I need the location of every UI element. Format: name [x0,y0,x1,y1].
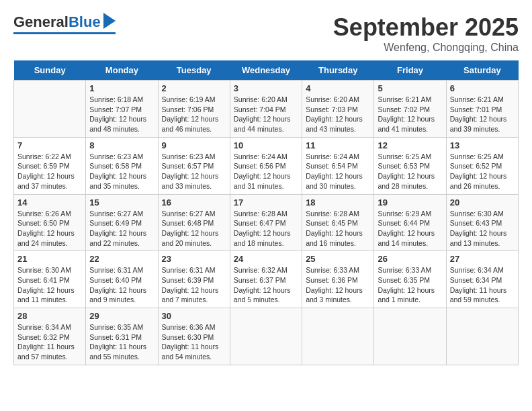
calendar-cell: 15Sunrise: 6:27 AMSunset: 6:49 PMDayligh… [86,194,158,251]
day-number: 23 [162,254,226,264]
cell-info: Sunrise: 6:34 AMSunset: 6:34 PMDaylight:… [450,265,515,305]
calendar-cell [230,308,302,365]
cell-info: Sunrise: 6:23 AMSunset: 6:58 PMDaylight:… [89,152,154,191]
calendar-cell: 28Sunrise: 6:34 AMSunset: 6:32 PMDayligh… [14,308,86,365]
month-title: September 2025 [333,13,519,42]
cell-info: Sunrise: 6:19 AMSunset: 7:06 PMDaylight:… [162,95,226,134]
cell-info: Sunrise: 6:30 AMSunset: 6:43 PMDaylight:… [450,209,515,248]
day-number: 22 [89,254,154,264]
cell-info: Sunrise: 6:27 AMSunset: 6:48 PMDaylight:… [162,209,226,248]
cell-info: Sunrise: 6:29 AMSunset: 6:44 PMDaylight:… [378,209,442,248]
cell-info: Sunrise: 6:31 AMSunset: 6:39 PMDaylight:… [162,265,226,305]
day-number: 14 [17,197,82,208]
day-number: 5 [378,83,442,93]
cell-info: Sunrise: 6:34 AMSunset: 6:32 PMDaylight:… [17,322,82,362]
day-number: 10 [234,140,298,150]
column-header-saturday: Saturday [446,60,518,81]
calendar-cell [302,308,374,365]
day-number: 6 [450,83,515,93]
calendar-cell [14,81,86,138]
cell-info: Sunrise: 6:25 AMSunset: 6:52 PMDaylight:… [450,152,515,191]
day-number: 8 [89,140,154,150]
week-row-3: 14Sunrise: 6:26 AMSunset: 6:50 PMDayligh… [14,194,519,251]
calendar-cell: 2Sunrise: 6:19 AMSunset: 7:06 PMDaylight… [158,81,230,138]
column-header-wednesday: Wednesday [230,60,302,81]
week-row-1: 1Sunrise: 6:18 AMSunset: 7:07 PMDaylight… [14,81,519,138]
calendar-cell: 4Sunrise: 6:20 AMSunset: 7:03 PMDaylight… [302,81,374,138]
column-header-monday: Monday [86,60,158,81]
calendar-cell: 22Sunrise: 6:31 AMSunset: 6:40 PMDayligh… [86,251,158,308]
day-number: 26 [378,254,442,264]
day-number: 15 [89,197,154,208]
calendar-cell: 17Sunrise: 6:28 AMSunset: 6:47 PMDayligh… [230,194,302,251]
cell-info: Sunrise: 6:30 AMSunset: 6:41 PMDaylight:… [17,265,82,305]
cell-info: Sunrise: 6:27 AMSunset: 6:49 PMDaylight:… [89,209,154,248]
cell-info: Sunrise: 6:20 AMSunset: 7:03 PMDaylight:… [306,95,370,134]
calendar-cell: 10Sunrise: 6:24 AMSunset: 6:56 PMDayligh… [230,137,302,194]
calendar-cell: 26Sunrise: 6:33 AMSunset: 6:35 PMDayligh… [374,251,446,308]
cell-info: Sunrise: 6:24 AMSunset: 6:54 PMDaylight:… [306,152,370,191]
day-number: 21 [17,254,82,264]
day-number: 3 [234,83,298,93]
cell-info: Sunrise: 6:33 AMSunset: 6:36 PMDaylight:… [306,265,370,305]
day-number: 18 [306,197,370,208]
column-header-tuesday: Tuesday [158,60,230,81]
cell-info: Sunrise: 6:22 AMSunset: 6:59 PMDaylight:… [17,152,82,191]
cell-info: Sunrise: 6:21 AMSunset: 7:01 PMDaylight:… [450,95,515,134]
calendar-cell: 16Sunrise: 6:27 AMSunset: 6:48 PMDayligh… [158,194,230,251]
cell-info: Sunrise: 6:24 AMSunset: 6:56 PMDaylight:… [234,152,298,191]
calendar-cell: 19Sunrise: 6:29 AMSunset: 6:44 PMDayligh… [374,194,446,251]
cell-info: Sunrise: 6:26 AMSunset: 6:50 PMDaylight:… [17,209,82,248]
week-row-4: 21Sunrise: 6:30 AMSunset: 6:41 PMDayligh… [14,251,519,308]
day-number: 11 [306,140,370,150]
day-number: 17 [234,197,298,208]
location-title: Wenfeng, Chongqing, China [333,42,519,54]
week-row-2: 7Sunrise: 6:22 AMSunset: 6:59 PMDaylight… [14,137,519,194]
title-area: September 2025 Wenfeng, Chongqing, China [333,13,519,54]
logo: General Blue [13,13,116,34]
column-header-friday: Friday [374,60,446,81]
calendar-cell: 27Sunrise: 6:34 AMSunset: 6:34 PMDayligh… [446,251,518,308]
calendar-cell [446,308,518,365]
week-row-5: 28Sunrise: 6:34 AMSunset: 6:32 PMDayligh… [14,308,519,365]
calendar-cell: 14Sunrise: 6:26 AMSunset: 6:50 PMDayligh… [14,194,86,251]
day-number: 27 [450,254,515,264]
day-number: 30 [162,311,226,321]
day-number: 2 [162,83,226,93]
day-number: 12 [378,140,442,150]
cell-info: Sunrise: 6:18 AMSunset: 7:07 PMDaylight:… [89,95,154,134]
cell-info: Sunrise: 6:28 AMSunset: 6:47 PMDaylight:… [234,209,298,248]
cell-info: Sunrise: 6:35 AMSunset: 6:31 PMDaylight:… [89,322,154,362]
cell-info: Sunrise: 6:28 AMSunset: 6:45 PMDaylight:… [306,209,370,248]
day-number: 4 [306,83,370,93]
calendar-cell: 25Sunrise: 6:33 AMSunset: 6:36 PMDayligh… [302,251,374,308]
page-header: General Blue September 2025 Wenfeng, Cho… [13,13,519,54]
cell-info: Sunrise: 6:36 AMSunset: 6:30 PMDaylight:… [162,322,226,362]
cell-info: Sunrise: 6:31 AMSunset: 6:40 PMDaylight:… [89,265,154,305]
calendar-cell: 20Sunrise: 6:30 AMSunset: 6:43 PMDayligh… [446,194,518,251]
calendar-cell: 1Sunrise: 6:18 AMSunset: 7:07 PMDaylight… [86,81,158,138]
calendar-cell: 7Sunrise: 6:22 AMSunset: 6:59 PMDaylight… [14,137,86,194]
calendar-cell [374,308,446,365]
calendar-cell: 18Sunrise: 6:28 AMSunset: 6:45 PMDayligh… [302,194,374,251]
calendar-cell: 24Sunrise: 6:32 AMSunset: 6:37 PMDayligh… [230,251,302,308]
logo-general-text: General [13,13,69,31]
calendar-cell: 29Sunrise: 6:35 AMSunset: 6:31 PMDayligh… [86,308,158,365]
calendar-cell: 11Sunrise: 6:24 AMSunset: 6:54 PMDayligh… [302,137,374,194]
cell-info: Sunrise: 6:32 AMSunset: 6:37 PMDaylight:… [234,265,298,305]
day-number: 7 [17,140,82,150]
cell-info: Sunrise: 6:21 AMSunset: 7:02 PMDaylight:… [378,95,442,134]
day-number: 24 [234,254,298,264]
calendar-cell: 6Sunrise: 6:21 AMSunset: 7:01 PMDaylight… [446,81,518,138]
logo-arrow-icon [103,13,116,29]
cell-info: Sunrise: 6:20 AMSunset: 7:04 PMDaylight:… [234,95,298,134]
calendar-cell: 5Sunrise: 6:21 AMSunset: 7:02 PMDaylight… [374,81,446,138]
day-number: 1 [89,83,154,93]
calendar-cell: 3Sunrise: 6:20 AMSunset: 7:04 PMDaylight… [230,81,302,138]
day-number: 20 [450,197,515,208]
column-header-row: SundayMondayTuesdayWednesdayThursdayFrid… [14,60,519,81]
column-header-sunday: Sunday [14,60,86,81]
cell-info: Sunrise: 6:23 AMSunset: 6:57 PMDaylight:… [162,152,226,191]
logo-underline [13,32,116,34]
day-number: 16 [162,197,226,208]
